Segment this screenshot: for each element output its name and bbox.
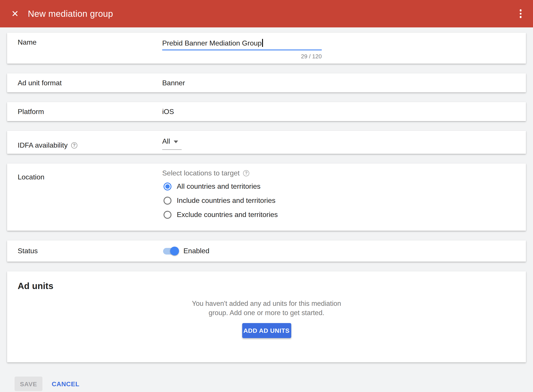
kebab-menu-icon[interactable] bbox=[518, 8, 523, 20]
idfa-card: IDFA availability ? All bbox=[7, 131, 526, 154]
location-label: Location bbox=[18, 169, 162, 231]
idfa-label: IDFA availability bbox=[18, 141, 68, 149]
ad-units-card: Ad units You haven't added any ad units … bbox=[7, 271, 526, 362]
page-title: New mediation group bbox=[28, 9, 113, 19]
new-mediation-group-dialog: ✕ New mediation group Name Prebid Banner… bbox=[0, 0, 533, 392]
idfa-selected-value: All bbox=[162, 136, 170, 146]
input-focus-underline bbox=[162, 50, 322, 50]
text-cursor bbox=[262, 39, 263, 47]
radio-exclude-countries[interactable]: Exclude countries and territories bbox=[162, 208, 278, 222]
name-card: Name Prebid Banner Mediation Group 29 / … bbox=[7, 33, 526, 64]
help-icon[interactable]: ? bbox=[71, 142, 77, 148]
help-icon[interactable]: ? bbox=[243, 170, 249, 176]
empty-state-text-line2: group. Add one or more to get started. bbox=[18, 308, 515, 317]
char-counter: 29 / 120 bbox=[162, 53, 322, 60]
dropdown-underline bbox=[162, 149, 182, 150]
dropdown-caret-icon bbox=[174, 140, 178, 143]
name-label: Name bbox=[18, 38, 162, 64]
status-label: Status bbox=[18, 247, 162, 255]
radio-button-icon bbox=[164, 211, 172, 219]
platform-value: iOS bbox=[162, 108, 174, 116]
radio-button-icon bbox=[164, 182, 172, 191]
status-toggle[interactable] bbox=[163, 248, 178, 254]
radio-all-countries[interactable]: All countries and territories bbox=[162, 179, 278, 194]
platform-card: Platform iOS bbox=[7, 102, 526, 121]
cancel-button[interactable]: CANCEL bbox=[52, 380, 79, 387]
close-icon[interactable]: ✕ bbox=[10, 9, 20, 18]
status-card: Status Enabled bbox=[7, 240, 526, 262]
ad-unit-format-card: Ad unit format Banner bbox=[7, 73, 526, 92]
empty-state-text-line1: You haven't added any ad units for this … bbox=[18, 299, 515, 308]
radio-include-countries[interactable]: Include countries and territories bbox=[162, 194, 278, 208]
radio-button-icon bbox=[164, 197, 172, 205]
location-prompt: Select locations to target bbox=[162, 169, 239, 178]
toggle-knob bbox=[170, 247, 179, 256]
app-bar: ✕ New mediation group bbox=[0, 0, 533, 27]
platform-label: Platform bbox=[18, 108, 162, 116]
form-body: Name Prebid Banner Mediation Group 29 / … bbox=[0, 27, 533, 391]
status-value: Enabled bbox=[183, 247, 209, 255]
idfa-dropdown[interactable]: All bbox=[162, 136, 182, 154]
save-button[interactable]: SAVE bbox=[14, 377, 42, 391]
ad-unit-format-value: Banner bbox=[162, 79, 185, 87]
add-ad-units-button[interactable]: ADD AD UNITS bbox=[242, 323, 291, 338]
ad-unit-format-label: Ad unit format bbox=[18, 79, 162, 87]
ad-units-heading: Ad units bbox=[18, 281, 515, 291]
location-card: Location Select locations to target ? Al… bbox=[7, 163, 526, 231]
name-input[interactable]: Prebid Banner Mediation Group bbox=[162, 38, 322, 48]
footer-actions: SAVE CANCEL bbox=[7, 372, 526, 391]
